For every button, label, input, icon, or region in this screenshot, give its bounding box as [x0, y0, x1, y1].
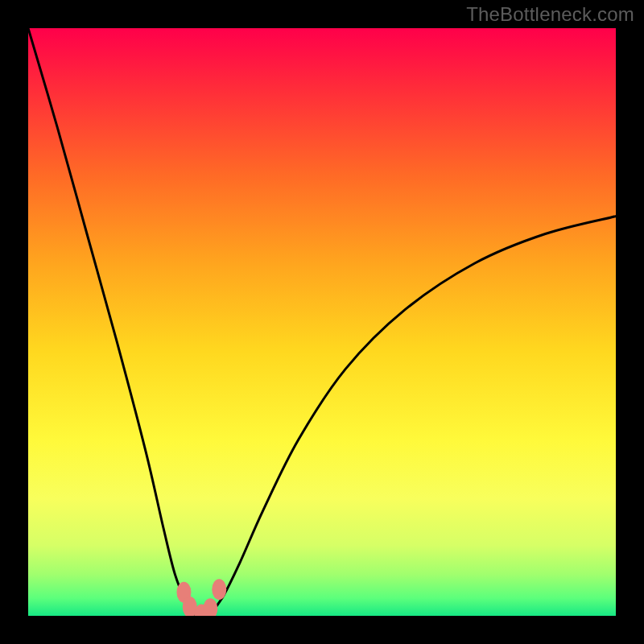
gradient-bg [28, 28, 616, 616]
plot-area [28, 28, 616, 616]
plot-svg [28, 28, 616, 616]
chart-frame: TheBottleneck.com [0, 0, 644, 644]
watermark-text: TheBottleneck.com [466, 3, 634, 26]
dot-right-up [212, 579, 226, 600]
